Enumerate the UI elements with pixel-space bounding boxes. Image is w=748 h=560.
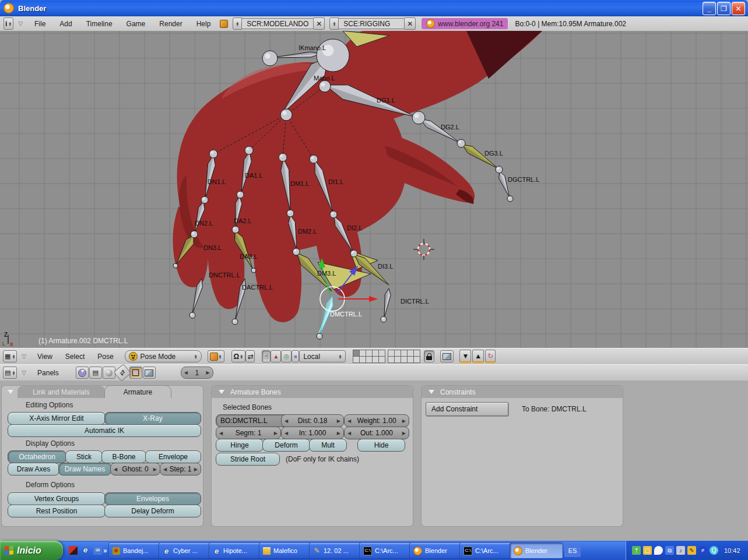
layer-cell[interactable] xyxy=(360,357,366,362)
layer-cell[interactable] xyxy=(366,357,372,362)
envelope-button[interactable]: Envelope xyxy=(145,450,201,463)
screen-close-icon[interactable]: ✕ xyxy=(314,17,325,30)
header-collapse-icon[interactable]: ▽ xyxy=(22,353,26,360)
layer-cell[interactable] xyxy=(414,350,420,356)
layer-cell[interactable] xyxy=(353,357,359,362)
tab-armature[interactable]: Armature xyxy=(105,386,171,398)
close-button[interactable]: ✕ xyxy=(732,2,745,15)
context-button-shading[interactable] xyxy=(103,367,115,379)
task-button-6[interactable]: C:\C:\Arc... xyxy=(359,543,413,559)
snap-target-button[interactable]: ⇄ xyxy=(245,350,255,362)
context-button-script[interactable]: ▤ xyxy=(89,367,102,379)
layer-cell[interactable] xyxy=(414,357,420,362)
viewport-menu-pose[interactable]: Pose xyxy=(97,353,113,361)
layer-cell[interactable] xyxy=(379,357,385,362)
task-button-9[interactable]: Blender xyxy=(510,543,563,559)
layer-cell[interactable] xyxy=(366,350,372,356)
layers-grid-2[interactable] xyxy=(388,350,420,363)
safely-remove-icon[interactable]: ⇡ xyxy=(632,546,641,555)
layer-cell[interactable] xyxy=(360,350,366,356)
task-button-1[interactable]: Bandej... xyxy=(108,543,162,559)
panel-collapse-icon[interactable] xyxy=(8,390,13,394)
context-button-object[interactable]: ⇄ xyxy=(114,364,131,381)
context-button-scene[interactable] xyxy=(143,367,156,379)
menu-add[interactable]: Add xyxy=(59,20,72,28)
layer-cell[interactable] xyxy=(401,357,407,362)
language-indicator[interactable]: ES xyxy=(564,544,581,557)
menu-game[interactable]: Game xyxy=(127,20,146,28)
quicktime-icon[interactable]: Q xyxy=(710,546,718,555)
media-player-icon[interactable] xyxy=(69,546,78,555)
step-field[interactable]: ◀ Step: 1 ▶ xyxy=(160,463,201,476)
task-button-5[interactable]: ✎12. 02 ... xyxy=(309,543,363,559)
render-preview-button[interactable] xyxy=(440,350,454,362)
panel-collapse-icon[interactable] xyxy=(219,390,224,394)
octahedron-button[interactable]: Octahedron xyxy=(8,450,66,463)
out-field[interactable]: ◀Out: 1.000▶ xyxy=(344,427,409,439)
outlook-icon[interactable]: ✉ xyxy=(93,546,102,555)
window-type-button-3dview[interactable]: ▦ ▲▼ xyxy=(3,350,17,362)
window-type-button-buttons[interactable]: ▤ ▲▼ xyxy=(3,367,17,379)
draw-type-selector[interactable]: ▲▼ xyxy=(208,350,224,362)
panels-menu[interactable]: Panels xyxy=(37,369,59,377)
volume-icon[interactable]: ♪ xyxy=(676,546,685,555)
network-icon[interactable]: ⧉ xyxy=(665,546,674,555)
task-button-7[interactable]: Blender xyxy=(409,543,463,559)
layer-cell[interactable] xyxy=(395,357,401,362)
datablock-icon[interactable] xyxy=(220,20,228,28)
task-button-3[interactable]: eHipote... xyxy=(209,543,262,559)
mult-button[interactable]: Mult xyxy=(309,439,347,452)
scene-close-icon[interactable]: ✕ xyxy=(405,17,416,30)
window-type-button-info[interactable]: i ▲▼ xyxy=(3,17,13,30)
frame-number-field[interactable]: ◀ 1 ▶ xyxy=(181,367,213,379)
layers-grid-1[interactable] xyxy=(353,350,385,363)
screen-selector-value[interactable]: SCR:MODELANDO xyxy=(242,18,314,29)
stride-root-button[interactable]: Stride Root xyxy=(216,453,280,466)
tab-link-and-materials[interactable]: Link and Materials xyxy=(17,386,105,398)
scale-manipulator-button[interactable]: ■ xyxy=(292,350,299,362)
viewport-menu-select[interactable]: Select xyxy=(65,353,85,361)
lock-layers-button[interactable] xyxy=(424,350,434,362)
window-titlebar[interactable]: Blender _ ❐ ✕ xyxy=(0,0,748,16)
screen-selector[interactable]: ▲▼ SCR:MODELANDO ✕ xyxy=(233,18,325,29)
menu-timeline[interactable]: Timeline xyxy=(86,20,113,28)
messenger-icon[interactable] xyxy=(654,546,663,555)
layer-cell[interactable] xyxy=(373,350,378,356)
draw-axes-button[interactable]: Draw Axes xyxy=(8,463,59,476)
bone-name-field[interactable]: BO:DMCTRL.L xyxy=(216,414,289,427)
x-axis-mirror-button[interactable]: X-Axis Mirror Edit xyxy=(8,412,106,425)
envelopes-button[interactable]: Envelopes xyxy=(104,492,201,505)
constraints-header[interactable]: Constraints xyxy=(422,386,623,398)
layer-cell[interactable] xyxy=(395,350,401,356)
dist-field[interactable]: ◀Dist: 0.18▶ xyxy=(281,414,344,427)
weight-field[interactable]: ◀Weight: 1.00▶ xyxy=(344,414,409,427)
segm-field[interactable]: ◀Segm: 1▶ xyxy=(216,427,281,439)
menu-file[interactable]: File xyxy=(34,20,45,28)
layer-cell[interactable] xyxy=(373,357,378,362)
add-constraint-button[interactable]: Add Constraint xyxy=(426,402,508,416)
orientation-selector[interactable]: Local ▲▼ xyxy=(299,350,346,362)
internet-explorer-icon[interactable]: e xyxy=(81,546,90,555)
layer-cell[interactable] xyxy=(388,350,394,356)
b-bone-button[interactable]: B-Bone xyxy=(101,450,146,463)
delay-deform-button[interactable]: Delay Deform xyxy=(104,505,201,517)
viewport-menu-view[interactable]: View xyxy=(37,353,52,361)
layer-cell[interactable] xyxy=(408,350,413,356)
menu-help[interactable]: Help xyxy=(196,20,211,28)
rotate-manipulator-button[interactable]: ◎ xyxy=(281,350,292,362)
layer-cell[interactable] xyxy=(379,350,385,356)
start-button[interactable]: Inicio xyxy=(0,541,63,560)
hide-button[interactable]: Hide xyxy=(357,439,405,452)
x-ray-button[interactable]: X-Ray xyxy=(104,412,201,425)
scene-selector[interactable]: ▲▼ SCE:RIGGING ✕ xyxy=(329,18,416,29)
task-button-4[interactable]: Malefico xyxy=(259,543,312,559)
armature-bones-header[interactable]: Armature Bones xyxy=(212,386,413,398)
context-button-editing[interactable] xyxy=(129,367,142,379)
tablet-icon[interactable]: ✎ xyxy=(687,546,696,555)
restore-button[interactable]: ❐ xyxy=(717,2,731,15)
connection-icon[interactable]: ≠ xyxy=(698,546,707,555)
ghost-field[interactable]: ◀ Ghost: 0 ▶ xyxy=(110,463,160,476)
minimize-button[interactable]: _ xyxy=(703,2,716,15)
deform-button[interactable]: Deform xyxy=(262,439,310,452)
automatic-ik-button[interactable]: Automatic IK xyxy=(8,424,201,437)
